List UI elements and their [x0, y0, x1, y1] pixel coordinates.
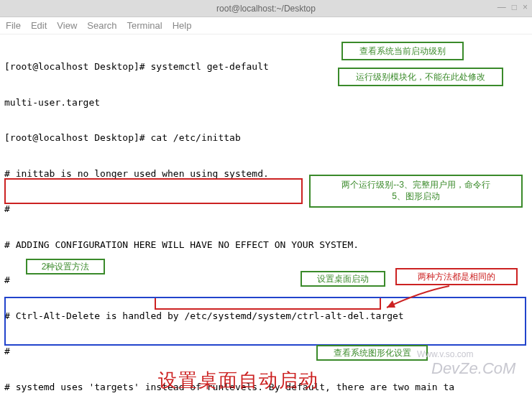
menu-edit[interactable]: Edit — [31, 20, 47, 31]
window-title: root@localhost:~/Desktop — [216, 4, 316, 14]
terminal-line: # — [4, 274, 528, 287]
menu-view[interactable]: View — [57, 20, 77, 31]
menu-help[interactable]: Help — [173, 20, 192, 31]
menu-file[interactable]: File — [6, 20, 21, 31]
terminal-line: # — [4, 346, 528, 358]
terminal-line: # inittab is no longer used when using s… — [4, 168, 528, 180]
terminal-line: [root@localhost Desktop]# systemctl get-… — [4, 61, 528, 73]
terminal-area[interactable]: [root@localhost Desktop]# systemctl get-… — [0, 34, 532, 406]
window-controls: — □ × — [497, 2, 528, 12]
window-titlebar: root@localhost:~/Desktop — □ × — [0, 0, 532, 17]
close-button[interactable]: × — [523, 2, 528, 12]
menu-terminal[interactable]: Terminal — [127, 20, 162, 31]
terminal-line: # — [4, 203, 528, 216]
menubar: File Edit View Search Terminal Help — [0, 17, 532, 34]
terminal-line: [root@localhost Desktop]# cat /etc/initt… — [4, 132, 528, 144]
terminal-line: # ADDING CONFIGURATION HERE WILL HAVE NO… — [4, 239, 528, 252]
maximize-button[interactable]: □ — [512, 2, 517, 12]
terminal-line: # systemd uses 'targets' instead of runl… — [4, 382, 528, 394]
minimize-button[interactable]: — — [497, 2, 506, 12]
terminal-line: multi-user.target — [4, 97, 528, 109]
terminal-line: # Ctrl-Alt-Delete is handled by /etc/sys… — [4, 310, 528, 323]
menu-search[interactable]: Search — [87, 20, 116, 31]
